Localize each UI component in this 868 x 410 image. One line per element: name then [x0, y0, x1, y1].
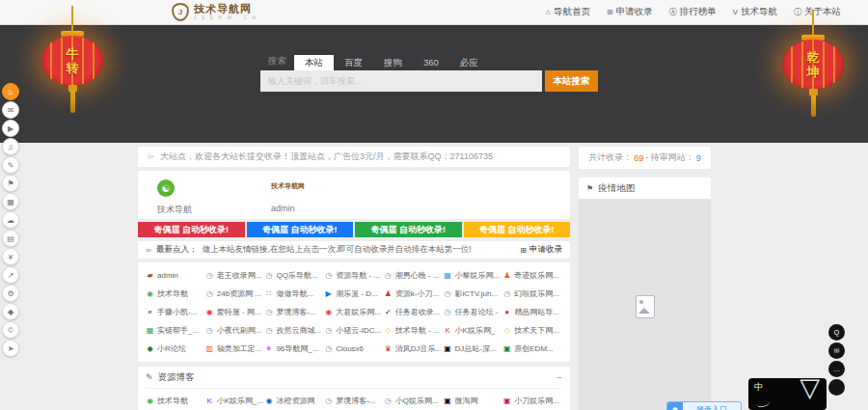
- gear-icon: ⚙: [7, 289, 14, 298]
- site-link[interactable]: ◷ 小夜代刷网...: [205, 321, 265, 340]
- site-link[interactable]: ◷ 资源导航 - ...: [324, 266, 384, 285]
- site-link[interactable]: ◷ 246资源网 ...: [205, 285, 265, 303]
- search-tab[interactable]: 百度: [334, 55, 373, 70]
- site-link[interactable]: ◉ 技术导航: [146, 285, 205, 303]
- search-input[interactable]: [260, 70, 542, 92]
- featured-site[interactable]: 技术导航网 · · · · · admin: [271, 171, 364, 219]
- edit-button[interactable]: ✎: [2, 156, 19, 174]
- site-label: 大君娱乐网...: [336, 307, 381, 317]
- mail-button[interactable]: ✉: [2, 101, 19, 119]
- yen-button[interactable]: ¥: [2, 248, 19, 265]
- widget-char: 中: [754, 381, 763, 394]
- site-link[interactable]: ◷ 小Q娱乐网...: [384, 392, 444, 410]
- site-link[interactable]: ◷ Clousx6: [324, 340, 384, 358]
- site-link[interactable]: ● 精品网站导...: [502, 303, 562, 321]
- site-link[interactable]: ◷ 梦境博客-...: [264, 303, 324, 321]
- site-link[interactable]: ▣ 微淘网: [444, 392, 503, 410]
- site-link[interactable]: ◷ 孜然云商城...: [264, 321, 324, 340]
- site-link[interactable]: ▦ 小黎娱乐网...: [444, 266, 503, 285]
- copyright-button[interactable]: ©: [2, 321, 19, 339]
- apply-inclusion-link[interactable]: ⊞ 申请收录: [520, 244, 562, 256]
- site-favicon: ♛: [384, 344, 393, 353]
- site-link[interactable]: ◇ 技术导航 - ...: [384, 321, 444, 340]
- site-favicon: ▰: [146, 271, 154, 280]
- site-link[interactable]: ▣ 原创EDM...: [502, 340, 562, 358]
- apps-button[interactable]: ▦: [2, 193, 19, 210]
- site-link[interactable]: ◷ 潮男心晚 - ...: [384, 266, 444, 285]
- lantern-tassel: [68, 85, 77, 92]
- site-link[interactable]: ∷ 做做导航...: [264, 285, 324, 303]
- site-link[interactable]: ◷ 小猪云-IDC...: [324, 321, 384, 340]
- site-logo[interactable]: J 技术导航网 J S D H W . C N: [172, 3, 258, 21]
- flag-button[interactable]: ⚑: [2, 175, 19, 192]
- site-label: 轴类加工定...: [217, 343, 262, 354]
- site-link[interactable]: ♟ 奇迹娱乐网...: [502, 266, 562, 285]
- site-link[interactable]: ▣ DJ总站-深...: [444, 340, 503, 358]
- site-link[interactable]: ✓ 任务君收录...: [384, 303, 444, 321]
- site-favicon: ◷: [444, 289, 452, 298]
- site-link[interactable]: ◆ 小R论坛: [146, 340, 205, 358]
- site-link[interactable]: ▶ 潮乐派 - D...: [324, 285, 384, 303]
- search-tab[interactable]: 搜狗: [373, 55, 413, 70]
- gem-button[interactable]: ◆: [2, 303, 19, 320]
- featured-site[interactable]: ☯ 技术导航: [157, 171, 250, 219]
- search-tab[interactable]: 本站: [294, 55, 334, 70]
- blog-title: 资源博客: [158, 371, 195, 384]
- map-title: 疫情地图: [598, 182, 635, 195]
- site-link[interactable]: ◉ 大君娱乐网...: [324, 303, 384, 321]
- gear-button[interactable]: ⚙: [2, 285, 19, 302]
- site-link[interactable]: ♟ 资源k-小刀...: [384, 285, 444, 303]
- topnav-item[interactable]: Ⓐ 排行榜单: [669, 6, 717, 18]
- site-link[interactable]: ◷ 梦境博客-...: [324, 392, 384, 410]
- site-link[interactable]: ♛ 清风DJ音乐...: [384, 340, 444, 358]
- video-button[interactable]: ▶: [2, 120, 19, 137]
- promo-banner[interactable]: 奇偶届 自动秒收录!: [247, 222, 354, 237]
- site-link[interactable]: K 小K娱乐网_: [444, 321, 503, 340]
- site-link[interactable]: ▰ admin: [146, 266, 205, 285]
- top-button[interactable]: [828, 379, 845, 396]
- promo-banner[interactable]: 奇偶届 自动秒收录!: [355, 222, 462, 237]
- qq-button[interactable]: Q: [828, 324, 845, 341]
- mail-button[interactable]: ✉: [828, 342, 845, 359]
- cloud-button[interactable]: ☁: [2, 211, 19, 229]
- chat-button[interactable]: …: [828, 361, 845, 377]
- site-link[interactable]: ▦ 实链帮手_...: [146, 321, 205, 340]
- file-button[interactable]: ▤: [2, 230, 19, 247]
- topnav-item[interactable]: ⌂ 导航首页: [546, 6, 590, 18]
- megaphone-icon: ⌲: [148, 151, 154, 162]
- site-link[interactable]: ✳ 96导航网_...: [264, 340, 324, 358]
- site-link[interactable]: ◷ 影iCTV.juh...: [444, 285, 503, 303]
- site-link[interactable]: ◷ 幻啦娱乐网...: [502, 285, 562, 303]
- login-button[interactable]: ☻ 登录入口: [666, 401, 742, 410]
- site-link[interactable]: ◉ 技术导航: [146, 392, 205, 410]
- cloud-icon: ☁: [7, 216, 14, 225]
- site-favicon: ◉: [324, 308, 333, 316]
- site-link[interactable]: ▣ 小刀娱乐网...: [502, 392, 562, 410]
- search-label: 搜索: [260, 52, 294, 70]
- site-link[interactable]: K 小K娱乐网_...: [205, 392, 265, 410]
- site-link[interactable]: ◷ QQ乐导航...: [264, 266, 324, 285]
- site-link[interactable]: ◷ 任务君论坛 -: [444, 303, 503, 321]
- trend-button[interactable]: ↗: [2, 266, 19, 284]
- site-link[interactable]: « 手赚小凯-...: [146, 303, 205, 321]
- site-link[interactable]: ◷ 老王收录网...: [205, 266, 265, 285]
- site-link[interactable]: ▥ 轴类加工定...: [205, 340, 265, 358]
- send-button[interactable]: ➤: [2, 340, 19, 357]
- promo-widget[interactable]: 中 ▽: [748, 378, 827, 410]
- music-button[interactable]: ♫: [2, 138, 19, 155]
- topnav-item[interactable]: V 技术导航: [733, 6, 777, 18]
- site-label: 小K娱乐网_...: [217, 396, 263, 406]
- site-favicon: ▦: [146, 326, 154, 335]
- site-search-button[interactable]: 本站搜索: [545, 70, 598, 92]
- site-link[interactable]: ◇ 技术天下网...: [502, 321, 562, 340]
- collapse-button[interactable]: −: [556, 372, 562, 383]
- site-link[interactable]: ◉ 冰橙资源网: [264, 392, 324, 410]
- promo-banner[interactable]: 奇偶届 自动秒收录!: [138, 222, 245, 237]
- site-link[interactable]: ◉ 爱特屋 - 网...: [205, 303, 265, 321]
- promo-banner[interactable]: 奇偶届 自动秒收录!: [464, 222, 571, 237]
- search-tab[interactable]: 必应: [449, 55, 489, 70]
- nav-icon: Ⓐ: [669, 7, 677, 17]
- search-tab[interactable]: 360: [413, 55, 449, 70]
- topnav-item[interactable]: ⊞ 申请收录: [607, 6, 653, 18]
- flame-button[interactable]: ♨: [2, 83, 19, 100]
